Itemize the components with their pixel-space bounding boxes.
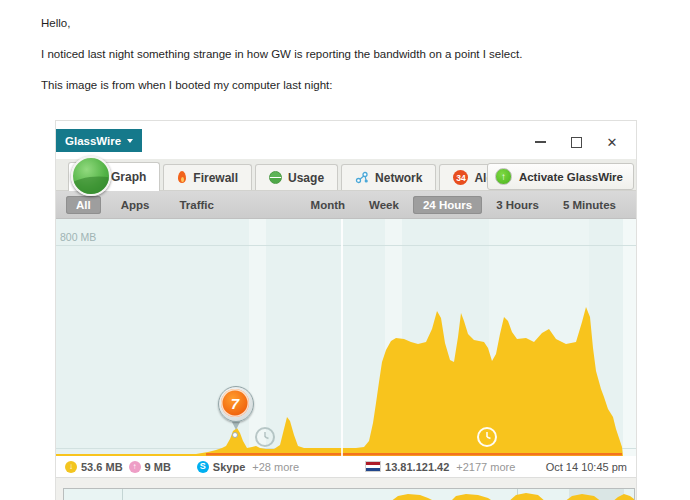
skype-icon: S [197, 461, 209, 473]
mini-graph-area [390, 493, 634, 500]
post-body: Hello, I noticed last night something st… [41, 16, 661, 109]
glasswire-menu-label: GlassWire [65, 135, 121, 147]
netherlands-flag-icon [365, 461, 381, 472]
maximize-button[interactable] [558, 133, 594, 151]
clock-icon[interactable] [254, 426, 276, 448]
glasswire-menu-button[interactable]: GlassWire [56, 129, 142, 152]
top-host-address: 13.81.121.42 [385, 461, 449, 473]
download-area [56, 307, 623, 456]
glasswire-logo-icon [71, 156, 111, 196]
filter-traffic[interactable]: Traffic [169, 196, 224, 214]
marker-anchor-dot [232, 432, 238, 438]
glasswire-window: GlassWire ✕ Graph Firewall Usage [55, 120, 637, 500]
download-total: ↓ 53.6 MB [65, 461, 123, 473]
range-24-hours[interactable]: 24 Hours [413, 196, 482, 214]
download-arrow-icon: ↓ [65, 461, 77, 473]
tab-usage-label: Usage [288, 171, 324, 185]
range-3-hours[interactable]: 3 Hours [486, 196, 549, 214]
activate-glasswire-button[interactable]: ↑ Activate GlassWire [487, 163, 634, 190]
hosts-more-link[interactable]: +2177 more [456, 461, 515, 473]
traffic-chart [56, 219, 636, 456]
top-app[interactable]: S Skype +28 more [197, 461, 299, 473]
close-button[interactable]: ✕ [594, 133, 630, 151]
download-total-value: 53.6 MB [81, 461, 123, 473]
bandwidth-graph[interactable]: 800 MB 7 [56, 219, 636, 456]
minimize-icon [535, 141, 546, 143]
post-line-1: I noticed last night something strange i… [41, 47, 661, 61]
lower-panel [56, 478, 636, 500]
filter-apps[interactable]: Apps [111, 196, 160, 214]
range-month[interactable]: Month [301, 196, 355, 214]
filter-group: All Apps Traffic [66, 196, 224, 214]
window-controls: ✕ [522, 133, 630, 151]
mini-chart [64, 489, 634, 500]
graph-toolbar: All Apps Traffic Month Week 24 Hours 3 H… [56, 191, 636, 219]
apps-more-link[interactable]: +28 more [252, 461, 299, 473]
day-divider-line [341, 219, 343, 456]
post-greeting: Hello, [41, 16, 661, 30]
marker-value: 7 [221, 389, 249, 417]
minimize-button[interactable] [522, 133, 558, 151]
y-axis-top-label: 800 MB [60, 231, 96, 243]
flame-icon [177, 171, 187, 184]
activate-up-arrow-icon: ↑ [495, 168, 512, 185]
range-week[interactable]: Week [359, 196, 409, 214]
upload-arrow-icon: ↑ [129, 461, 141, 473]
graph-timestamp: Oct 14 10:45 pm [546, 461, 627, 473]
tab-bar: Graph Firewall Usage Network 34 Alerts ↑ [56, 159, 636, 191]
close-icon: ✕ [607, 136, 618, 149]
top-app-name: Skype [213, 461, 245, 473]
maximize-icon [571, 137, 582, 148]
upload-total: ↑ 9 MB [129, 461, 171, 473]
tab-graph-label: Graph [111, 170, 146, 184]
tab-firewall[interactable]: Firewall [163, 164, 252, 190]
tab-graph[interactable]: Graph [68, 162, 160, 191]
upload-total-value: 9 MB [145, 461, 171, 473]
range-5-minutes[interactable]: 5 Minutes [553, 196, 626, 214]
chevron-down-icon [127, 139, 133, 143]
alerts-badge: 34 [453, 170, 468, 185]
network-nodes-icon [355, 171, 369, 184]
tab-network[interactable]: Network [341, 164, 436, 190]
filter-all[interactable]: All [66, 196, 101, 214]
selected-point-marker[interactable]: 7 [218, 386, 256, 438]
usage-circle-icon [269, 171, 282, 184]
tab-network-label: Network [375, 171, 422, 185]
activate-glasswire-label: Activate GlassWire [519, 171, 623, 183]
tab-firewall-label: Firewall [193, 171, 238, 185]
title-bar: GlassWire ✕ [56, 121, 636, 159]
mini-timeline-graph[interactable] [63, 488, 635, 500]
post-line-2: This image is from when I booted my comp… [41, 78, 661, 92]
status-bar: ↓ 53.6 MB ↑ 9 MB S Skype +28 more 13.81.… [56, 456, 636, 478]
top-host[interactable]: 13.81.121.42 +2177 more [365, 461, 515, 473]
clock-icon[interactable] [476, 426, 498, 448]
range-group: Month Week 24 Hours 3 Hours 5 Minutes [301, 196, 626, 214]
tab-usage[interactable]: Usage [255, 164, 338, 190]
